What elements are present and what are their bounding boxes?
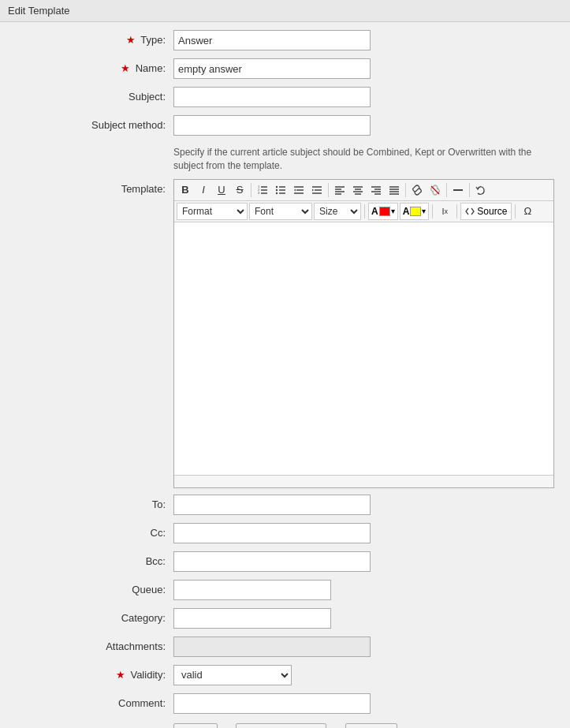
attachments-input[interactable] xyxy=(173,637,371,657)
page-title: Edit Template xyxy=(0,0,570,22)
subject-field xyxy=(173,87,554,107)
subject-label: Subject: xyxy=(16,87,173,103)
strikethrough-button[interactable]: S xyxy=(231,181,248,199)
bg-color-label: A xyxy=(403,206,410,217)
underline-button[interactable]: U xyxy=(213,181,230,199)
unordered-list-button[interactable] xyxy=(272,181,289,199)
bold-button[interactable]: B xyxy=(177,181,194,199)
font-select[interactable]: Font xyxy=(249,203,312,220)
sep8 xyxy=(456,204,457,218)
italic-button[interactable]: I xyxy=(195,181,212,199)
source-button[interactable]: Source xyxy=(460,203,512,220)
undo-button[interactable] xyxy=(472,181,490,199)
text-color-button[interactable]: A ▾ xyxy=(368,203,398,220)
type-field xyxy=(173,30,554,50)
sep2 xyxy=(328,183,329,197)
sep1 xyxy=(251,183,251,197)
bcc-label-text: Bcc: xyxy=(146,555,166,567)
editor-body[interactable] xyxy=(174,222,553,475)
type-input[interactable] xyxy=(173,30,371,50)
svg-point-7 xyxy=(276,189,278,190)
subject-method-input[interactable] xyxy=(173,115,371,136)
comment-label-text: Comment: xyxy=(118,697,166,709)
category-input[interactable] xyxy=(173,608,331,629)
ordered-list-icon: 123 xyxy=(257,185,268,196)
save-finish-button[interactable]: Save and finish xyxy=(236,723,326,728)
queue-label: Queue: xyxy=(16,580,173,595)
indent-button[interactable] xyxy=(308,181,326,199)
svg-point-6 xyxy=(276,185,278,187)
align-center-button[interactable] xyxy=(349,181,367,199)
svg-line-36 xyxy=(415,189,419,192)
to-input[interactable] xyxy=(173,495,371,515)
bcc-label: Bcc: xyxy=(16,551,173,567)
required-star-validity: ★ xyxy=(116,669,125,681)
justify-button[interactable] xyxy=(386,181,403,199)
editor-toolbar-row2: Format Font Size A ▾ A ▾ xyxy=(174,201,553,222)
align-left-icon xyxy=(334,185,345,196)
unordered-list-icon xyxy=(275,185,286,196)
align-center-icon xyxy=(352,185,363,196)
cc-input[interactable] xyxy=(173,523,371,543)
hr-icon xyxy=(453,185,464,196)
validity-select[interactable]: valid invalid xyxy=(173,665,292,685)
subject-method-label-text: Subject method: xyxy=(91,119,166,131)
svg-marker-15 xyxy=(294,189,296,191)
comment-input[interactable] xyxy=(173,693,371,714)
validity-label-text: Validity: xyxy=(130,669,166,681)
svg-marker-19 xyxy=(312,189,314,191)
template-label-text: Template: xyxy=(121,183,166,195)
align-right-button[interactable] xyxy=(367,181,385,199)
save-button[interactable]: Save xyxy=(173,723,218,728)
subject-method-label: Subject method: xyxy=(16,115,173,131)
text-color-arrow: ▾ xyxy=(391,207,395,215)
cancel-button[interactable]: Cancel xyxy=(345,723,397,728)
outdent-button[interactable] xyxy=(290,181,307,199)
queue-input[interactable] xyxy=(173,580,331,600)
sep5 xyxy=(469,183,470,197)
subject-label-text: Subject: xyxy=(129,91,166,103)
to-label-text: To: xyxy=(152,498,166,510)
clear-format-button[interactable]: Ix xyxy=(436,203,453,220)
queue-label-text: Queue: xyxy=(132,584,166,595)
sep6 xyxy=(364,204,365,218)
hint-spacer xyxy=(16,144,173,147)
source-icon xyxy=(465,207,475,216)
hr-button[interactable] xyxy=(449,181,467,199)
bcc-input[interactable] xyxy=(173,551,371,572)
category-label: Category: xyxy=(16,608,173,624)
align-left-button[interactable] xyxy=(331,181,348,199)
editor-statusbar xyxy=(174,475,553,487)
source-label: Source xyxy=(477,206,507,217)
bcc-field xyxy=(173,551,554,572)
sep4 xyxy=(446,183,447,197)
cc-field xyxy=(173,523,554,543)
unlink-button[interactable] xyxy=(427,181,444,199)
bg-color-arrow: ▾ xyxy=(422,207,426,215)
bg-color-button[interactable]: A ▾ xyxy=(400,203,430,220)
name-label-text: Name: xyxy=(136,62,166,74)
sep9 xyxy=(515,204,516,218)
omega-button[interactable]: Ω xyxy=(519,203,536,220)
format-select[interactable]: Format xyxy=(177,203,248,220)
name-label: ★ Name: xyxy=(16,58,173,74)
editor-toolbar-row1: B I U S 123 xyxy=(174,180,553,201)
cc-label-text: Cc: xyxy=(151,527,166,539)
subject-input[interactable] xyxy=(173,87,371,107)
type-label: ★ Type: xyxy=(16,30,173,46)
to-label: To: xyxy=(16,495,173,510)
type-label-text: Type: xyxy=(140,34,166,46)
buttons-row: Save or Save and finish or Cancel xyxy=(173,723,554,728)
editor-wrapper: B I U S 123 xyxy=(173,179,554,488)
name-input[interactable] xyxy=(173,58,371,79)
link-button[interactable] xyxy=(408,181,426,199)
subject-hint: Specify if the current article subject s… xyxy=(173,146,552,173)
attachments-field xyxy=(173,637,554,657)
to-field xyxy=(173,495,554,515)
ordered-list-button[interactable]: 123 xyxy=(254,181,271,199)
validity-field: valid invalid xyxy=(173,665,554,685)
sep3 xyxy=(405,183,406,197)
text-color-swatch xyxy=(379,207,390,216)
size-select[interactable]: Size xyxy=(314,203,361,220)
sep7 xyxy=(432,204,433,218)
